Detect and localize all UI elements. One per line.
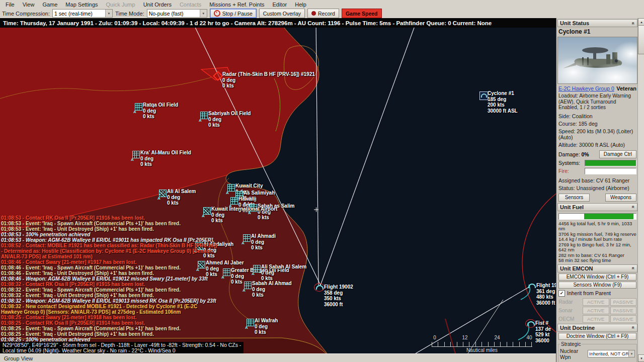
scroll-up-icon[interactable]: ▲ [638, 18, 644, 26]
unit-label: Flight 19 361 deg 480 kts 36000 ft [536, 283, 556, 306]
nuclear-wpn-select[interactable]: Inherited, NOT GR ▼ [588, 350, 635, 357]
systems-label: Systems: [558, 160, 585, 166]
scroll-thumb[interactable] [638, 25, 644, 54]
log-line: 01:08:32 - Weapon: AGM-62B Walleye II ER… [1, 298, 218, 304]
emcon-active-button[interactable]: ACTIVE [583, 315, 609, 323]
unit-symbol-icon [316, 285, 324, 290]
systems-bar [585, 160, 636, 166]
panel-scrollbar[interactable]: ▲ ▼ [637, 18, 644, 362]
unit-label: Radar (Thin-Skin B HF [PRV-16]) #1921 0 … [222, 71, 315, 89]
menu-item[interactable]: Editor [269, 1, 290, 8]
collapse-icon[interactable]: « [631, 206, 636, 209]
scale-tick-label: 12 [462, 335, 467, 340]
fuel-info-line: 58 min 32 sec flying time [557, 258, 637, 263]
menu-item[interactable]: Map Settings [62, 1, 101, 8]
time-compression-select[interactable]: 1 sec (real-time) ▼ [52, 9, 113, 18]
unit-label: Al Wafrah 0 deg 0 kts [255, 318, 278, 335]
fuel-bar [558, 213, 636, 220]
unit-info-line: Speed: 200 kts (M 0.34) (Loiter) (Auto) [557, 127, 637, 140]
scale-tick-label: 40 [526, 335, 532, 340]
unit-emcon-header[interactable]: Unit EMCON « [557, 264, 637, 273]
unit-label: Al Ahmadi 0 deg 0 kts [251, 233, 276, 251]
inherit-checkbox[interactable]: ✓ [558, 290, 565, 297]
unit-label: Ratqa Oil Field 0 deg 0 kts [143, 102, 178, 120]
fuel-info-line: 14.4 kg / minute fuel burn rate [557, 237, 637, 242]
unit-symbol-icon [243, 234, 251, 242]
log-line: 01:08:53 - 100% penetration achieved [1, 232, 218, 237]
unit-symbol-icon [230, 197, 238, 205]
group-link[interactable]: E-2C Hawkeye Group 0 [558, 85, 614, 92]
scroll-down-icon[interactable]: ▼ [638, 354, 644, 362]
unit-info-line: Status: Unassigned (Airborne) [557, 184, 637, 191]
unit-symbol-icon [244, 282, 252, 289]
log-line: 01:08:25 - Contact Swary [21-meter] #191… [1, 315, 218, 320]
unit-info-line: Assigned base: CV 61 Ranger [557, 176, 637, 184]
sensors-button[interactable]: Sensors [558, 194, 590, 202]
emcon-passive-button[interactable]: PASSIVE [610, 298, 637, 306]
weapons-button[interactable]: Weapons [605, 194, 636, 202]
emcon-row-label: OECM [558, 316, 582, 322]
unit-label: Sabriyah Oil Field 0 deg 0 kts [208, 111, 251, 128]
custom-overlay-button[interactable]: Custom Overlay [259, 9, 305, 18]
record-button[interactable]: Record [307, 9, 339, 18]
log-line: 01:08:46 - Contact Swary [21-meter] #191… [1, 259, 218, 265]
log-line: 01:08:25 - Event: 'Iraq - Spawn Aircraft… [1, 326, 218, 331]
log-line: 01:08:53 - Contact RK Osa II [Pr.205ER] … [1, 215, 218, 221]
time-mode-select[interactable]: No-pulse (fast) ▼ [147, 9, 207, 18]
menu-item[interactable]: Game [39, 1, 61, 8]
menu-item[interactable]: View [19, 1, 38, 8]
log-line: 01:08:53 - Event: 'Iraq - Spawn Aircraft… [1, 221, 218, 226]
unit-doctrine-header[interactable]: Unit Doctrine « [557, 324, 637, 332]
emcon-row-label: Radar [558, 299, 582, 305]
cursor-info-bar: N29°08'50", E49°16'29" - 55nm from sel -… [0, 342, 244, 353]
menu-bar: FileViewGameMap SettingsQuick JumpUnit O… [0, 0, 644, 9]
stop-pause-button[interactable]: Stop / Pause [210, 9, 257, 18]
unit-label: Kuwait International Airport 0 deg 0 kts [211, 206, 277, 224]
unit-photo [557, 37, 637, 84]
emcon-active-button[interactable]: ACTIVE [583, 298, 609, 306]
emcon-window-button[interactable]: EMCON Window (Ctrl + F9) [558, 274, 636, 281]
group-view-bar[interactable]: Group View [0, 353, 560, 362]
doctrine-window-button[interactable]: Doctrine Window (Ctrl + F9) [558, 333, 636, 340]
unit-fuel-header[interactable]: Unit Fuel « [557, 203, 637, 211]
unit-symbol-icon [132, 151, 140, 158]
scale-tick-label: 0 [433, 335, 436, 340]
scale-ruler [432, 342, 532, 347]
unit-label: Ali Sabah Al Salem 0 deg 0 kts [261, 264, 306, 282]
dropdown-icon[interactable]: ▼ [628, 350, 634, 357]
unit-symbol-icon [247, 319, 254, 326]
menu-item[interactable]: Missions + Ref. Points [206, 1, 268, 8]
menu-item[interactable]: Unit Orders [140, 1, 175, 8]
message-log: 01:08:53 - Contact RK Osa II [Pr.205ER] … [1, 215, 218, 342]
menu-item[interactable]: Help [291, 1, 310, 8]
menu-item[interactable]: Contacts [176, 1, 205, 8]
unit-status-header[interactable]: Unit Status « [557, 19, 637, 27]
log-line: 01:08:32 - New contact! Designated MOBIL… [1, 304, 218, 315]
emcon-row: Radar ACTIVE PASSIVE [558, 298, 636, 306]
collapse-icon[interactable]: « [631, 22, 636, 25]
emcon-active-button[interactable]: ACTIVE [583, 307, 609, 314]
menu-item[interactable]: Quick Jump [103, 1, 139, 8]
unit-symbol-icon [527, 321, 535, 326]
log-line: 01:08:32 - Event: 'Iraq - Spawn Aircraft… [1, 287, 218, 293]
emcon-passive-button[interactable]: PASSIVE [610, 307, 637, 314]
dropdown-icon[interactable]: ▼ [105, 10, 112, 17]
emcon-passive-button[interactable]: PASSIVE [610, 315, 637, 323]
strategic-group: Strategic Nuclear Wpn Inherited, NOT GR … [558, 341, 637, 362]
dropdown-icon[interactable]: ▼ [200, 10, 207, 17]
game-speed-button[interactable]: Game Speed [342, 9, 382, 18]
unit-label: Ali Al Salem 0 deg 0 kts [167, 189, 196, 206]
sensors-window-button[interactable]: Sensors Window (F9) [558, 282, 636, 289]
log-line: 01:08:46 - Weapon: AGM-62B Walleye II ER… [1, 276, 218, 282]
damage-ctrl-button[interactable]: Damage Ctrl [599, 150, 636, 158]
map-scale: 0122440 Nautical miles [432, 335, 532, 353]
menu-item[interactable]: File [2, 1, 18, 8]
proficiency-label: Veteran [616, 85, 636, 92]
tactical-map[interactable]: Time: Thursday, 17 January 1991 - Zulu: … [0, 18, 556, 353]
unit-symbol-icon [159, 190, 167, 197]
collapse-icon[interactable]: « [631, 326, 636, 329]
log-line: 01:08:32 - Contact RK Osa II [Pr.205ER] … [1, 282, 218, 287]
checkmark-icon: ✓ [560, 291, 564, 296]
collapse-icon[interactable]: « [631, 267, 636, 270]
emcon-row: Sonar ACTIVE PASSIVE [558, 307, 636, 314]
